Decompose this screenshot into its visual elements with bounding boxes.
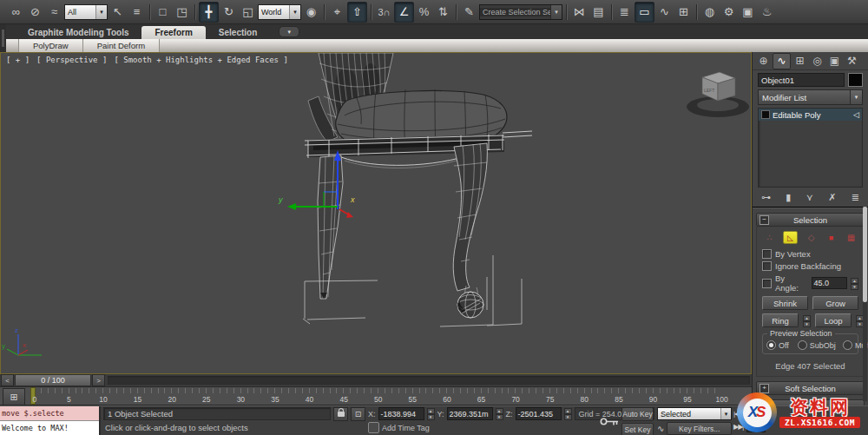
object-name-field[interactable]: Object01 <box>758 73 845 87</box>
percent-snap-toggle-icon[interactable]: % <box>415 3 433 22</box>
material-editor-icon[interactable]: ◍ <box>700 3 719 22</box>
previous-frame-button[interactable]: < <box>1 374 14 386</box>
ribbon-minimize-icon[interactable]: ▾ <box>279 26 299 37</box>
edit-named-selection-sets-icon[interactable]: ✎ <box>460 3 478 22</box>
modifier-stack[interactable]: Editable Poly ◁ <box>758 108 863 188</box>
render-setup-icon[interactable]: ⚙ <box>720 3 738 22</box>
listener-macro-line[interactable]: move $.selecte <box>0 406 99 421</box>
preview-subobj-radio[interactable] <box>798 340 807 350</box>
rollout-collapse-icon[interactable]: − <box>760 215 769 225</box>
dropdown-arrow-icon[interactable] <box>720 408 731 419</box>
configure-modifier-sets-icon[interactable]: ≣ <box>852 192 859 203</box>
select-and-link-icon[interactable]: ∞ <box>7 3 25 22</box>
by-vertex-checkbox[interactable] <box>762 249 772 259</box>
absolute-offset-toggle-button[interactable]: ⊡ <box>351 407 365 421</box>
by-angle-field[interactable]: 45.0 <box>812 277 848 289</box>
motion-tab-icon[interactable]: ◎ <box>809 54 825 69</box>
dropdown-arrow-icon[interactable] <box>95 5 107 19</box>
use-pivot-point-center-icon[interactable]: ◉ <box>302 3 320 22</box>
panel-scrollbar[interactable] <box>863 207 867 401</box>
by-angle-checkbox[interactable] <box>762 279 772 288</box>
keyboard-shortcut-override-icon[interactable]: ⇧ <box>347 2 367 23</box>
auto-key-button[interactable]: Auto Key <box>621 407 654 421</box>
show-end-result-icon[interactable]: ▮ <box>786 192 791 203</box>
rendered-frame-window-icon[interactable]: ▣ <box>739 3 757 22</box>
by-angle-spinner[interactable] <box>851 278 858 289</box>
hierarchy-tab-icon[interactable]: ⊞ <box>792 54 808 69</box>
y-spinner[interactable] <box>496 408 503 419</box>
snaps-toggle-icon[interactable]: 3∩ <box>375 3 393 22</box>
named-selection-set-dropdown[interactable]: Create Selection Se <box>479 4 562 20</box>
time-slider-handle[interactable]: 0 / 100 <box>15 374 91 386</box>
select-and-rotate-icon[interactable]: ↻ <box>220 3 238 22</box>
vertex-subobject-icon[interactable]: ∴ <box>763 232 776 243</box>
element-subobject-icon[interactable]: ▦ <box>845 232 858 243</box>
graphite-ribbon-toggle-icon[interactable]: ▭ <box>635 2 654 23</box>
selection-lock-button[interactable] <box>333 407 348 421</box>
unlink-selection-icon[interactable]: ⊘ <box>26 3 44 22</box>
display-tab-icon[interactable]: ▣ <box>826 54 843 69</box>
y-coordinate-field[interactable]: 2369.351m <box>447 407 493 420</box>
selection-filter-dropdown[interactable]: All <box>64 4 108 20</box>
ribbon-tab-selection[interactable]: Selection <box>206 26 270 39</box>
loop-button[interactable]: Loop <box>815 313 852 327</box>
render-production-icon[interactable]: ♨ <box>758 3 776 22</box>
object-color-swatch[interactable] <box>848 73 863 87</box>
stack-item-editable-poly[interactable]: Editable Poly ◁ <box>759 109 862 121</box>
select-and-manipulate-icon[interactable]: ⌖ <box>328 3 346 22</box>
mirror-icon[interactable]: ⋈ <box>570 3 589 22</box>
z-spinner[interactable] <box>564 408 572 419</box>
stack-expand-box[interactable] <box>761 110 770 119</box>
set-keys-button[interactable] <box>599 410 620 432</box>
ribbon-tab-freeform[interactable]: Freeform <box>141 26 205 39</box>
curve-editor-icon[interactable]: ∿ <box>655 3 674 22</box>
dropdown-arrow-icon[interactable] <box>289 5 300 19</box>
create-tab-icon[interactable]: ⊕ <box>755 54 772 69</box>
viewport-pov-menu[interactable]: [ Perspective ] <box>36 56 107 64</box>
ribbon-tab-graphite-modeling-tools[interactable]: Graphite Modeling Tools <box>15 26 141 39</box>
select-and-scale-icon[interactable]: ◱ <box>239 3 257 22</box>
spinner-snap-toggle-icon[interactable]: ⇅ <box>434 3 452 22</box>
move-gizmo[interactable]: x y <box>278 150 355 218</box>
time-slider-track[interactable] <box>108 376 750 385</box>
viewport-shading-menu[interactable]: [ Smooth + Highlights + Edged Faces ] <box>114 56 287 64</box>
default-tangent-icon[interactable]: ∿ <box>657 424 664 433</box>
select-by-name-icon[interactable]: ≡ <box>128 3 146 22</box>
angle-snap-toggle-icon[interactable]: ∠ <box>394 2 414 23</box>
utilities-tab-icon[interactable]: ⚒ <box>844 54 860 69</box>
track-bar[interactable]: ⊞ 05101520253035404550556065707580859095… <box>0 387 752 405</box>
remove-modifier-icon[interactable]: ✗ <box>828 192 836 203</box>
preview-multi-radio[interactable] <box>843 340 852 350</box>
rectangular-selection-region-icon[interactable]: □ <box>154 3 172 22</box>
next-frame-button[interactable]: > <box>92 374 105 386</box>
modifier-list-dropdown[interactable]: Modifier List <box>758 89 863 105</box>
x-spinner[interactable] <box>427 408 435 419</box>
schematic-view-icon[interactable]: ⊞ <box>674 3 693 22</box>
ignore-backfacing-checkbox[interactable] <box>762 261 772 271</box>
maxscript-mini-listener[interactable]: move $.selecte Welcome to MAX! <box>0 406 101 435</box>
ring-button[interactable]: Ring <box>762 313 799 327</box>
reference-coordinate-dropdown[interactable]: World <box>258 4 301 20</box>
perspective-viewport[interactable]: [ + ] [ Perspective ] [ Smooth + Highlig… <box>0 52 752 374</box>
listener-output-line[interactable]: Welcome to MAX! <box>0 421 99 435</box>
manage-layers-icon[interactable]: ≣ <box>615 3 634 22</box>
selection-rollout-header[interactable]: − Selection <box>756 213 865 227</box>
bind-to-space-warp-icon[interactable]: ≈ <box>45 3 63 22</box>
key-mode-dropdown[interactable]: Selected <box>657 407 732 420</box>
add-time-tag[interactable]: Add Time Tag <box>368 422 444 433</box>
viewcube-face-label[interactable]: LEFT <box>704 88 714 93</box>
shrink-button[interactable]: Shrink <box>762 296 808 310</box>
dropdown-arrow-icon[interactable] <box>850 90 862 104</box>
select-object-icon[interactable]: ↖ <box>108 3 127 22</box>
modify-tab-icon[interactable]: ∿ <box>773 53 791 69</box>
select-and-move-icon[interactable]: ╋ <box>199 2 219 23</box>
ribbon-subtab-polydraw[interactable]: PolyDraw <box>18 39 83 52</box>
viewport-nav-menu[interactable]: [ + ] <box>6 56 30 64</box>
pin-stack-icon[interactable]: ⊶ <box>761 192 771 203</box>
align-icon[interactable]: ▤ <box>589 3 608 22</box>
dropdown-arrow-icon[interactable] <box>550 5 562 19</box>
x-coordinate-field[interactable]: -1838.994 <box>378 407 424 420</box>
viewcube[interactable]: LEFT <box>687 72 749 117</box>
key-filters-button[interactable]: Key Filters... <box>667 422 732 435</box>
ring-spinner[interactable] <box>803 315 811 326</box>
